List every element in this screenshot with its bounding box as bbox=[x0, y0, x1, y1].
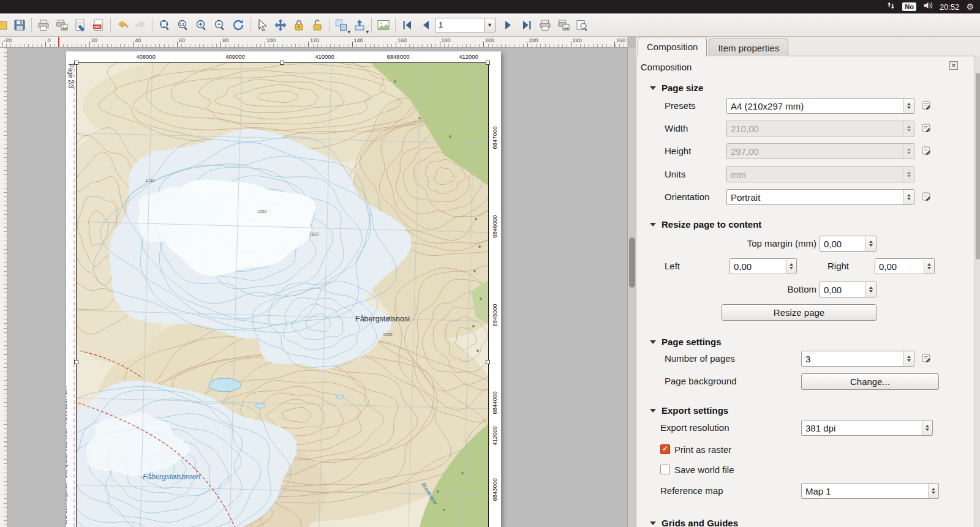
spinner-icon[interactable] bbox=[922, 420, 932, 435]
map-label: 1555 bbox=[383, 332, 393, 337]
panel-close-button[interactable]: ✕ bbox=[949, 61, 958, 70]
spinner-icon[interactable] bbox=[903, 190, 914, 204]
atlas-page-number-input[interactable] bbox=[435, 18, 484, 32]
selection-handle[interactable] bbox=[486, 61, 490, 65]
refresh-view-button[interactable] bbox=[229, 16, 247, 34]
ruler-major-tick bbox=[265, 42, 265, 47]
export-pdf-button[interactable]: PDF bbox=[89, 16, 108, 34]
spinner-icon[interactable] bbox=[865, 282, 876, 297]
scrollbar-thumb[interactable] bbox=[976, 73, 980, 260]
presets-combo[interactable]: A4 (210x297 mm) bbox=[726, 98, 914, 114]
zoom-region-icon bbox=[575, 18, 589, 32]
change-background-button[interactable]: Change... bbox=[801, 373, 939, 390]
zoom-actual-icon: 1:1 bbox=[176, 18, 190, 32]
volume-icon[interactable] bbox=[923, 1, 933, 12]
spinner-icon[interactable] bbox=[865, 236, 876, 251]
ruler-label: 40 bbox=[135, 37, 141, 43]
data-defined-icon[interactable] bbox=[919, 144, 934, 159]
orientation-label: Orientation bbox=[665, 192, 709, 202]
spinner-icon[interactable] bbox=[903, 351, 914, 366]
resize-page-button[interactable]: Resize page bbox=[722, 304, 876, 321]
width-field: 210,00 bbox=[726, 121, 914, 136]
number-of-pages-label: Number of pages bbox=[665, 353, 735, 364]
tab-item-properties[interactable]: Item properties bbox=[709, 39, 788, 56]
atlas-page-dropdown[interactable]: ▼ bbox=[484, 18, 496, 32]
print-as-raster-checkbox[interactable] bbox=[660, 444, 670, 454]
updown-arrows-icon[interactable] bbox=[886, 1, 895, 12]
ruler-label: 140 bbox=[354, 37, 363, 43]
refresh-icon bbox=[232, 18, 245, 32]
zoom-actual-button[interactable]: 1:1 bbox=[174, 16, 192, 34]
section-page-settings[interactable]: Page settings bbox=[650, 337, 722, 347]
grid-coordinate-label: 6846000 bbox=[491, 215, 498, 238]
spinner-icon[interactable] bbox=[928, 484, 938, 498]
clock-label[interactable]: 20:52 bbox=[940, 2, 960, 12]
atlas-preview-button[interactable] bbox=[374, 16, 393, 34]
section-resize-page[interactable]: Resize page to content bbox=[650, 219, 761, 230]
section-export-settings[interactable]: Export settings bbox=[650, 405, 728, 416]
data-defined-icon[interactable] bbox=[919, 351, 934, 366]
units-combo: mm bbox=[726, 166, 914, 182]
keyboard-layout-indicator[interactable]: No bbox=[902, 2, 916, 11]
first-feature-button[interactable] bbox=[398, 16, 417, 34]
top-margin-field[interactable]: 0,00 bbox=[820, 236, 876, 252]
number-of-pages-field[interactable]: 3 bbox=[801, 351, 914, 367]
export-resolution-field[interactable]: 381 dpi bbox=[801, 420, 933, 436]
spinner-icon[interactable] bbox=[924, 259, 934, 274]
data-defined-icon[interactable] bbox=[919, 190, 934, 204]
scrollbar-thumb[interactable] bbox=[629, 237, 635, 288]
previous-feature-button[interactable] bbox=[417, 16, 435, 34]
section-page-size[interactable]: Page size bbox=[650, 83, 703, 93]
move-item-content-button[interactable] bbox=[271, 16, 290, 34]
raise-items-button[interactable]: ▾ bbox=[350, 16, 369, 34]
bottom-margin-field[interactable]: 0,00 bbox=[820, 282, 876, 297]
unlock-items-button[interactable] bbox=[308, 16, 326, 34]
composer-canvas[interactable]: Page 2/3 Grid Convergence=-1.5, QGIS/Are… bbox=[7, 48, 627, 527]
zoom-full-button[interactable] bbox=[156, 16, 174, 34]
ruler-label: 20 bbox=[91, 37, 97, 43]
orientation-combo[interactable]: Portrait bbox=[726, 189, 914, 205]
selection-handle[interactable] bbox=[486, 360, 490, 364]
lock-items-button[interactable] bbox=[290, 16, 308, 34]
qgis-composer-window: No 20:52 ⚙ PDF1:1▾▾ ▼ -20020406080100120… bbox=[0, 0, 980, 527]
session-gear-icon[interactable]: ⚙ bbox=[966, 2, 974, 12]
selection-handle[interactable] bbox=[74, 360, 78, 364]
export-resolution-label: Export resolution bbox=[660, 422, 729, 433]
save-world-file-checkbox[interactable] bbox=[660, 465, 670, 474]
zoom-out-button[interactable] bbox=[211, 16, 229, 34]
selection-handle[interactable] bbox=[280, 61, 284, 65]
ruler-position-marker bbox=[58, 37, 59, 47]
group-items-button[interactable]: ▾ bbox=[332, 16, 350, 34]
data-defined-icon[interactable] bbox=[919, 121, 934, 136]
selection-handle[interactable] bbox=[74, 61, 78, 65]
panel-tabs: Composition Item properties bbox=[638, 37, 790, 56]
section-grids-guides[interactable]: Grids and Guides bbox=[650, 518, 738, 527]
print-button[interactable] bbox=[34, 16, 53, 34]
height-label: Height bbox=[665, 146, 691, 156]
canvas-vertical-scrollbar[interactable] bbox=[627, 48, 636, 527]
new-composer-button[interactable] bbox=[0, 16, 10, 34]
spinner-icon[interactable] bbox=[786, 259, 796, 274]
select-move-item-button[interactable] bbox=[253, 16, 271, 34]
export-image-button[interactable] bbox=[53, 16, 71, 34]
atlas-settings-button[interactable] bbox=[573, 16, 591, 34]
tab-composition[interactable]: Composition bbox=[638, 37, 707, 56]
reference-map-combo[interactable]: Map 1 bbox=[801, 483, 939, 499]
map-label: 1730 bbox=[145, 178, 155, 182]
zoom-in-button[interactable] bbox=[192, 16, 211, 34]
raise-icon bbox=[353, 18, 366, 32]
export-svg-button[interactable] bbox=[71, 16, 89, 34]
map-item[interactable]: 173016501820Fåbergstølsnosi1555Fåbergstø… bbox=[76, 62, 489, 527]
next-feature-button[interactable] bbox=[499, 16, 518, 34]
composer-page[interactable]: Page 2/3 Grid Convergence=-1.5, QGIS/Are… bbox=[66, 51, 501, 527]
data-defined-icon[interactable] bbox=[919, 99, 934, 113]
spinner-icon[interactable] bbox=[903, 99, 914, 113]
save-project-button[interactable] bbox=[10, 16, 29, 34]
export-atlas-button[interactable] bbox=[554, 16, 573, 34]
undo-button[interactable] bbox=[113, 16, 132, 34]
right-margin-field[interactable]: 0,00 bbox=[875, 258, 935, 274]
print-atlas-button[interactable] bbox=[536, 16, 554, 34]
left-margin-field[interactable]: 0,00 bbox=[729, 258, 797, 274]
last-feature-button[interactable] bbox=[518, 16, 536, 34]
panel-vertical-scrollbar[interactable] bbox=[974, 56, 980, 527]
